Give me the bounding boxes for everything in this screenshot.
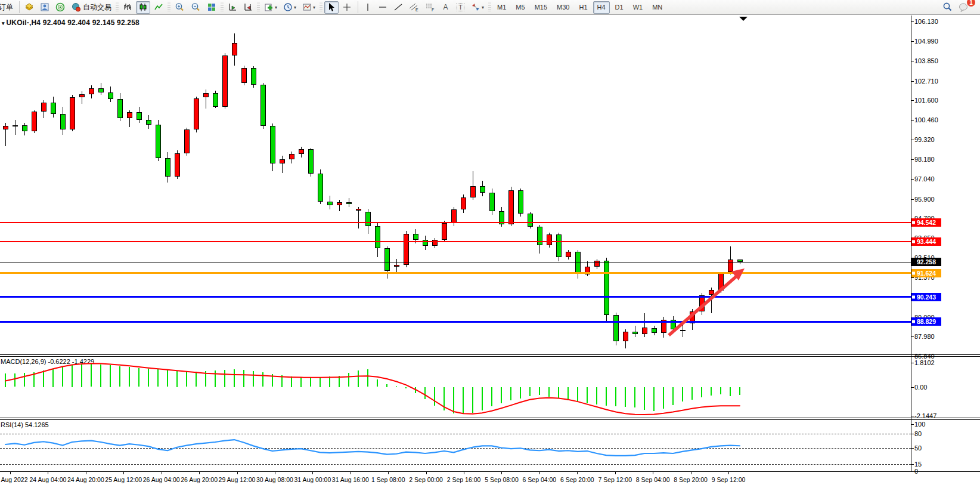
price-badge[interactable]: 91.624	[911, 269, 941, 277]
candle-body	[184, 129, 190, 153]
periods-button[interactable]: ▾	[281, 1, 299, 14]
badge-drag-notch[interactable]	[912, 295, 915, 298]
badge-drag-notch[interactable]	[912, 271, 915, 274]
cursor-button[interactable]	[324, 1, 339, 14]
fibonacci-button[interactable]: F	[423, 1, 438, 14]
candle-body	[318, 174, 323, 202]
chart-shift-button[interactable]	[241, 1, 255, 14]
equidistant-channel-button[interactable]: E	[407, 1, 421, 14]
macd-histogram-bar	[434, 387, 435, 406]
macd-histogram-bar	[81, 365, 82, 387]
history-button[interactable]	[22, 1, 36, 14]
time-label: 5 Sep 08:00	[485, 476, 519, 483]
macd-histogram-bar	[300, 377, 302, 387]
text-button[interactable]: A	[439, 1, 452, 14]
macd-histogram-bar	[72, 365, 73, 387]
price-badge[interactable]: 94.542	[911, 218, 941, 227]
timeframe-m5-button[interactable]: M5	[511, 1, 529, 14]
badge-drag-notch[interactable]	[912, 320, 915, 323]
macd-histogram-bar	[634, 387, 635, 408]
signals-button[interactable]	[53, 1, 67, 14]
rsi-tick-label: 15	[914, 461, 922, 468]
chart-area[interactable]: ▾ UKOil-,H4 92.404 92.404 92.145 92.258 …	[0, 16, 980, 488]
timeframe-d1-button[interactable]: D1	[611, 1, 628, 14]
trendline-button[interactable]	[391, 1, 405, 14]
macd-histogram-bar	[281, 375, 283, 387]
candle-body	[146, 120, 151, 124]
macd-histogram-bar	[653, 387, 655, 411]
timeframe-w1-button[interactable]: W1	[629, 1, 647, 14]
timeframe-m30-button[interactable]: M30	[553, 1, 573, 14]
search-button[interactable]	[940, 1, 955, 13]
macd-histogram-bar	[33, 372, 35, 387]
price-badge[interactable]: 88.829	[911, 317, 941, 326]
notification-badge: 1	[967, 0, 975, 7]
badge-drag-notch[interactable]	[912, 240, 915, 243]
profile-icon	[40, 2, 49, 12]
crosshair-button[interactable]	[340, 1, 354, 14]
candle-body	[413, 234, 418, 240]
time-label: 6 Sep 04:00	[523, 476, 557, 483]
search-icon	[942, 2, 953, 12]
time-tick	[388, 472, 389, 474]
macd-histogram-bar	[119, 366, 120, 387]
candle-body	[203, 93, 209, 97]
bar-chart-button[interactable]	[120, 1, 135, 14]
new-chart-button[interactable]: ▾	[262, 1, 280, 14]
auto-scroll-button[interactable]	[225, 1, 240, 14]
price-badge[interactable]: 92.258	[911, 258, 941, 266]
templates-button[interactable]: ▾	[300, 1, 318, 14]
price-badge[interactable]: 93.444	[911, 237, 941, 246]
candle-body	[575, 252, 581, 273]
badge-drag-notch[interactable]	[912, 221, 915, 224]
timeframe-m1-button[interactable]: M1	[493, 1, 510, 14]
autotrading-button[interactable]: 自动交易	[69, 1, 114, 14]
macd-histogram-bar	[396, 386, 397, 387]
candlestick-chart-button[interactable]	[136, 1, 150, 14]
timeframe-m15-button[interactable]: M15	[531, 1, 551, 14]
candle-body	[709, 290, 714, 295]
macd-histogram-bar	[672, 387, 674, 405]
candle-body	[718, 273, 724, 291]
timeframe-h1-button[interactable]: H1	[575, 1, 591, 14]
trend-arrow-head	[731, 268, 745, 280]
arrows-button[interactable]: ▾	[469, 1, 486, 14]
vertical-line-button[interactable]	[361, 1, 374, 14]
price-tick-label: 97.040	[914, 175, 935, 183]
macd-histogram-bar	[701, 387, 702, 397]
time-label: 2 Sep 00:00	[409, 476, 443, 483]
rsi-tick-label: 80	[914, 430, 922, 437]
horizontal-line-button[interactable]	[376, 1, 390, 14]
timeframe-mn-button[interactable]: MN	[648, 1, 666, 14]
macd-histogram-bar	[691, 387, 693, 400]
pane-separator	[0, 418, 980, 418]
price-level-line	[0, 321, 911, 323]
macd-histogram-bar	[234, 369, 235, 387]
zoom-out-button[interactable]	[188, 1, 203, 14]
price-tick-label: 95.900	[914, 196, 935, 203]
price-badge[interactable]: 90.243	[911, 293, 941, 301]
price-tick-label: 102.710	[914, 78, 938, 85]
timeframe-h4-button[interactable]: H4	[593, 1, 610, 14]
macd-histogram-bar	[310, 378, 311, 387]
tile-windows-button[interactable]	[204, 1, 219, 14]
profile-button[interactable]	[38, 1, 52, 14]
text-label-button[interactable]: T	[454, 1, 467, 14]
new-order-button[interactable]: 订单	[0, 1, 15, 14]
macd-histogram-bar	[358, 370, 359, 387]
notifications-button[interactable]: 1	[956, 1, 972, 13]
price-level-line	[0, 262, 911, 262]
macd-histogram-bar	[52, 369, 54, 387]
macd-histogram-bar	[739, 387, 740, 396]
toolbar-grip	[257, 2, 260, 13]
candle-body	[470, 186, 476, 197]
candle-body	[89, 88, 94, 94]
candle-body	[289, 154, 294, 159]
new-chart-icon	[264, 2, 274, 12]
line-chart-button[interactable]	[151, 1, 166, 14]
zoom-in-button[interactable]	[172, 1, 187, 14]
macd-tick-label: 0.00	[914, 384, 927, 391]
price-level-line	[0, 272, 911, 274]
chart-shift-marker[interactable]	[739, 17, 748, 21]
time-label: 26 Aug 20:00	[181, 476, 218, 483]
